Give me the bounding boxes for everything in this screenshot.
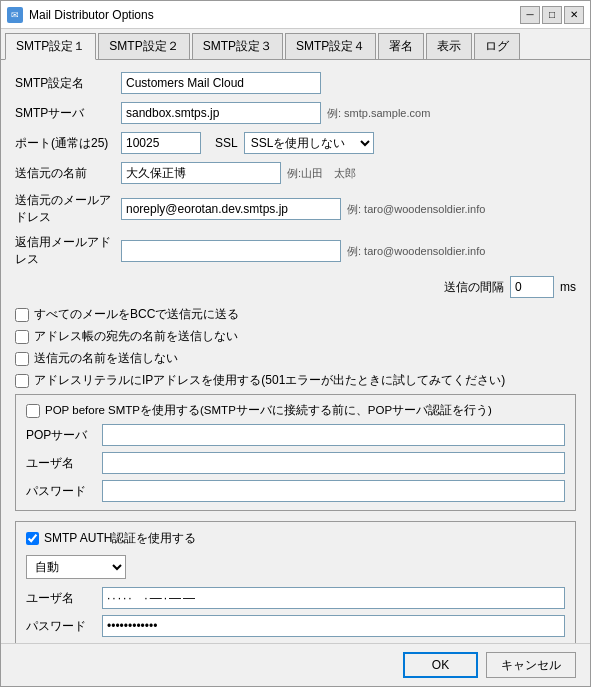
smtp-name-row: SMTP設定名 <box>15 72 576 94</box>
tab-smtp3[interactable]: SMTP設定３ <box>192 33 283 59</box>
auth-user-row: ユーザ名 <box>26 587 565 609</box>
tab-view[interactable]: 表示 <box>426 33 472 59</box>
cancel-button[interactable]: キャンセル <box>486 652 576 678</box>
send-interval-row: 送信の間隔 ms <box>15 276 576 298</box>
titlebar-buttons: ─ □ ✕ <box>520 6 584 24</box>
ip-literal-row: アドレスリテラルにIPアドレスを使用する(501エラーが出たときに試してみてくだ… <box>15 372 576 389</box>
smtp-auth-mode-row: 自動 LOGIN PLAIN CRAM-MD5 <box>26 555 565 579</box>
pop-group: POP before SMTPを使用する(SMTPサーバに接続する前に、POPサ… <box>15 394 576 511</box>
send-interval-label: 送信の間隔 <box>444 279 504 296</box>
sender-email-label: 送信元のメールアドレス <box>15 192 115 226</box>
main-window: ✉ Mail Distributor Options ─ □ ✕ SMTP設定１… <box>0 0 591 687</box>
tab-smtp4[interactable]: SMTP設定４ <box>285 33 376 59</box>
no-sender-name-row: 送信元の名前を送信しない <box>15 350 576 367</box>
reply-email-input[interactable] <box>121 240 341 262</box>
pop-before-row: POP before SMTPを使用する(SMTPサーバに接続する前に、POPサ… <box>26 403 565 418</box>
pop-user-input[interactable] <box>102 452 565 474</box>
smtp-auth-label: SMTP AUTH認証を使用する <box>44 530 196 547</box>
pop-user-label: ユーザ名 <box>26 455 96 472</box>
smtp-name-input[interactable] <box>121 72 321 94</box>
sender-email-input[interactable] <box>121 198 341 220</box>
pop-before-label: POP before SMTPを使用する(SMTPサーバに接続する前に、POPサ… <box>45 403 492 418</box>
no-sender-name-checkbox[interactable] <box>15 352 29 366</box>
app-icon: ✉ <box>7 7 23 23</box>
titlebar: ✉ Mail Distributor Options ─ □ ✕ <box>1 1 590 29</box>
sender-email-hint: 例: taro@woodensoldier.info <box>347 202 485 217</box>
reply-email-label: 返信用メールアドレス <box>15 234 115 268</box>
ip-literal-label: アドレスリテラルにIPアドレスを使用する(501エラーが出たときに試してみてくだ… <box>34 372 505 389</box>
tab-smtp2[interactable]: SMTP設定２ <box>98 33 189 59</box>
send-interval-unit: ms <box>560 280 576 294</box>
auth-user-input[interactable] <box>102 587 565 609</box>
reply-email-row: 返信用メールアドレス 例: taro@woodensoldier.info <box>15 234 576 268</box>
port-label: ポート(通常は25) <box>15 135 115 152</box>
smtp-auth-header: SMTP AUTH認証を使用する <box>26 530 565 547</box>
ssl-select[interactable]: SSLを使用しない SSL STARTTLS <box>244 132 374 154</box>
pop-before-checkbox[interactable] <box>26 404 40 418</box>
no-address-name-label: アドレス帳の宛先の名前を送信しない <box>34 328 238 345</box>
bcc-label: すべてのメールをBCCで送信元に送る <box>34 306 239 323</box>
sender-name-label: 送信元の名前 <box>15 165 115 182</box>
send-interval-input[interactable] <box>510 276 554 298</box>
close-button[interactable]: ✕ <box>564 6 584 24</box>
pop-password-row: パスワード <box>26 480 565 502</box>
no-address-name-checkbox[interactable] <box>15 330 29 344</box>
sender-name-hint: 例:山田 太郎 <box>287 166 356 181</box>
smtp-server-input[interactable] <box>121 102 321 124</box>
reply-email-hint: 例: taro@woodensoldier.info <box>347 244 485 259</box>
auth-user-label: ユーザ名 <box>26 590 96 607</box>
app-icon-symbol: ✉ <box>11 10 19 20</box>
pop-server-label: POPサーバ <box>26 427 96 444</box>
no-address-name-row: アドレス帳の宛先の名前を送信しない <box>15 328 576 345</box>
ssl-label: SSL <box>215 136 238 150</box>
ok-button[interactable]: OK <box>403 652 478 678</box>
maximize-button[interactable]: □ <box>542 6 562 24</box>
smtp-server-label: SMTPサーバ <box>15 105 115 122</box>
bcc-checkbox-row: すべてのメールをBCCで送信元に送る <box>15 306 576 323</box>
tab-smtp1[interactable]: SMTP設定１ <box>5 33 96 60</box>
tab-sign[interactable]: 署名 <box>378 33 424 59</box>
pop-password-input[interactable] <box>102 480 565 502</box>
port-input[interactable] <box>121 132 201 154</box>
tab-bar: SMTP設定１ SMTP設定２ SMTP設定３ SMTP設定４ 署名 表示 ログ <box>1 29 590 60</box>
pop-server-row: POPサーバ <box>26 424 565 446</box>
pop-user-row: ユーザ名 <box>26 452 565 474</box>
smtp-auth-mode-select[interactable]: 自動 LOGIN PLAIN CRAM-MD5 <box>26 555 126 579</box>
auth-password-label: パスワード <box>26 618 96 635</box>
bcc-checkbox[interactable] <box>15 308 29 322</box>
auth-password-row: パスワード <box>26 615 565 637</box>
smtp-auth-checkbox[interactable] <box>26 532 39 545</box>
minimize-button[interactable]: ─ <box>520 6 540 24</box>
pop-password-label: パスワード <box>26 483 96 500</box>
smtp-name-label: SMTP設定名 <box>15 75 115 92</box>
sender-name-row: 送信元の名前 例:山田 太郎 <box>15 162 576 184</box>
tab-log[interactable]: ログ <box>474 33 520 59</box>
auth-password-input[interactable] <box>102 615 565 637</box>
ip-literal-checkbox[interactable] <box>15 374 29 388</box>
smtp-server-hint: 例: smtp.sample.com <box>327 106 430 121</box>
sender-name-input[interactable] <box>121 162 281 184</box>
window-title: Mail Distributor Options <box>29 8 514 22</box>
smtp-auth-section: SMTP AUTH認証を使用する 自動 LOGIN PLAIN CRAM-MD5… <box>15 521 576 643</box>
port-ssl-row: ポート(通常は25) SSL SSLを使用しない SSL STARTTLS <box>15 132 576 154</box>
pop-server-input[interactable] <box>102 424 565 446</box>
smtp-server-row: SMTPサーバ 例: smtp.sample.com <box>15 102 576 124</box>
main-content: SMTP設定名 SMTPサーバ 例: smtp.sample.com ポート(通… <box>1 60 590 643</box>
sender-email-row: 送信元のメールアドレス 例: taro@woodensoldier.info <box>15 192 576 226</box>
footer: OK キャンセル <box>1 643 590 686</box>
no-sender-name-label: 送信元の名前を送信しない <box>34 350 178 367</box>
